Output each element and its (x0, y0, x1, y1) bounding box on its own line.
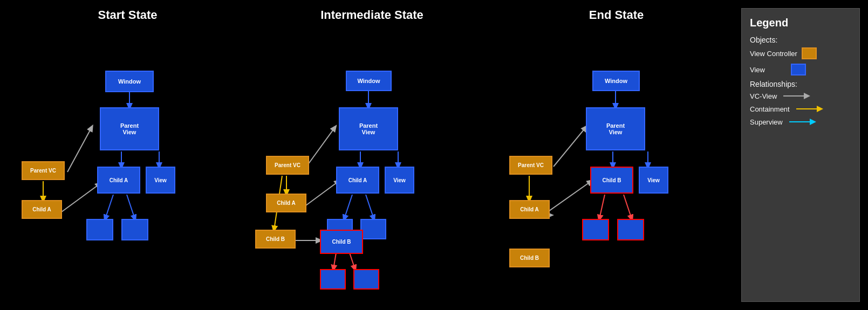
intermediate-state-title: Intermediate State (320, 8, 423, 22)
legend-containment-item: Containment (750, 105, 851, 113)
legend-vc-label: View Controller (750, 50, 797, 58)
start-parent-view: ParentView (100, 107, 159, 150)
legend-objects-label: Objects: (750, 36, 851, 44)
start-child-a-orange: Child A (22, 200, 62, 219)
end-parent-vc: Parent VC (509, 156, 552, 175)
svg-line-11 (344, 195, 352, 219)
svg-line-3 (105, 195, 113, 219)
end-child-a-orange: Child A (509, 200, 550, 219)
svg-line-23 (599, 195, 605, 219)
legend-view-controller-item: View Controller (750, 47, 851, 59)
legend-title: Legend (750, 17, 851, 29)
int-red-sub1 (320, 269, 346, 290)
end-state-title: End State (589, 8, 644, 22)
svg-line-13 (306, 127, 335, 167)
int-red-sub2 (353, 269, 379, 290)
end-red-sub2 (617, 219, 644, 240)
svg-line-12 (366, 195, 374, 219)
intermediate-state-section: Intermediate State (250, 5, 494, 305)
start-view-blue: View (146, 167, 175, 194)
legend-superview-label: Superview (750, 118, 783, 126)
intermediate-state-wrapper: Window ParentView Parent VC Child A Chil… (250, 27, 494, 305)
svg-line-7 (59, 184, 100, 213)
legend-panel: Legend Objects: View Controller View Rel… (741, 8, 860, 302)
start-sub1 (86, 219, 113, 240)
start-state-section: Start State (5, 5, 250, 305)
svg-line-25 (553, 127, 586, 167)
start-state-title: Start State (98, 8, 157, 22)
int-child-a-blue: Child A (336, 167, 379, 194)
svg-line-19 (350, 253, 355, 269)
svg-line-27 (545, 181, 591, 213)
start-state-wrapper: Window ParentView Parent VC Child A Chil… (5, 27, 250, 305)
svg-line-18 (333, 253, 336, 269)
int-window: Window (346, 71, 392, 91)
int-view-blue: View (385, 167, 414, 194)
svg-line-4 (127, 195, 135, 219)
legend-relationships-label: Relationships: (750, 80, 851, 88)
legend-view-item: View (750, 64, 851, 75)
end-red-sub1 (582, 219, 609, 240)
svg-line-24 (624, 195, 632, 219)
start-sub2 (121, 219, 148, 240)
diagram-area: Start State (5, 5, 739, 305)
legend-vc-view-arrow (783, 92, 810, 100)
legend-superview-item: Superview (750, 118, 851, 126)
int-parent-view: ParentView (339, 107, 398, 150)
end-parent-view: ParentView (586, 107, 645, 150)
start-window: Window (105, 71, 154, 92)
legend-view-label: View (750, 66, 765, 74)
legend-superview-arrow (789, 118, 816, 126)
int-sub2 (360, 219, 386, 239)
end-state-wrapper: Window ParentView Parent VC Child A Chil… (494, 27, 739, 305)
svg-line-16 (304, 181, 339, 207)
int-child-b-blue: Child B (320, 230, 363, 254)
end-view-blue: View (639, 167, 668, 194)
int-parent-vc: Parent VC (266, 156, 309, 175)
legend-containment-arrow (796, 105, 823, 113)
start-child-a-blue: Child A (97, 167, 140, 194)
end-state-section: End State (494, 5, 739, 305)
svg-line-5 (67, 127, 92, 172)
legend-view-box (791, 64, 806, 75)
end-child-b-orange2: Child B (509, 249, 550, 267)
int-child-a-orange: Child A (266, 194, 306, 212)
legend-containment-label: Containment (750, 105, 790, 113)
end-window: Window (592, 71, 640, 91)
main-container: Start State (0, 0, 868, 310)
legend-vc-view-label: VC-View (750, 92, 777, 100)
legend-vc-box (802, 47, 817, 59)
legend-vc-view-item: VC-View (750, 92, 851, 100)
start-parent-vc: Parent VC (22, 161, 65, 180)
end-child-b-blue: Child B (590, 167, 633, 194)
int-child-b-orange: Child B (255, 230, 296, 249)
